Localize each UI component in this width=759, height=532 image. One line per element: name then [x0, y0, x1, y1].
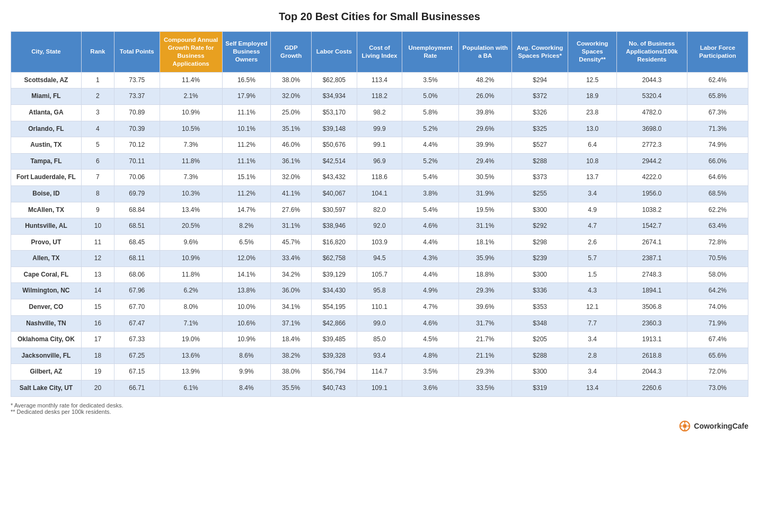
cell-1-4: 17.9% [222, 88, 271, 105]
cell-13-7: 95.8 [357, 283, 402, 299]
col-header-2: Total Points [114, 32, 160, 73]
cell-16-11: 3.4 [568, 332, 617, 348]
data-table-wrap: City, StateRankTotal PointsCompound Annu… [11, 31, 748, 397]
cell-10-10: $298 [512, 234, 568, 251]
cell-11-13: 70.5% [687, 251, 748, 267]
cell-10-11: 2.6 [568, 234, 617, 251]
cell-17-1: 18 [81, 348, 114, 364]
table-row: Salt Lake City, UT2066.716.1%8.4%35.5%$4… [11, 380, 748, 397]
cell-1-0: Miami, FL [11, 88, 82, 105]
cell-13-12: 1894.1 [616, 283, 687, 299]
cell-8-0: McAllen, TX [11, 202, 82, 218]
cell-2-6: $53,170 [312, 104, 357, 121]
cell-2-4: 11.1% [222, 104, 271, 121]
cell-7-9: 31.9% [458, 185, 511, 202]
cell-3-13: 71.3% [687, 121, 748, 137]
cell-15-11: 7.7 [568, 315, 617, 332]
cell-5-12: 2944.2 [616, 153, 687, 170]
cell-7-7: 104.1 [357, 185, 402, 202]
cell-19-9: 33.5% [458, 380, 511, 397]
cell-14-4: 10.0% [222, 299, 271, 316]
cell-1-2: 73.37 [114, 88, 160, 105]
cell-12-13: 58.0% [687, 267, 748, 283]
table-row: Jacksonville, FL1867.2513.6%8.6%38.2%$39… [11, 348, 748, 364]
cell-9-2: 68.51 [114, 218, 160, 235]
cell-3-2: 70.39 [114, 121, 160, 137]
cell-6-6: $43,432 [312, 170, 357, 186]
cell-11-7: 94.5 [357, 251, 402, 267]
cell-15-1: 16 [81, 315, 114, 332]
cell-1-9: 26.0% [458, 88, 511, 105]
cell-7-12: 1956.0 [616, 185, 687, 202]
cell-4-0: Austin, TX [11, 137, 82, 154]
cell-14-0: Denver, CO [11, 299, 82, 316]
cell-8-13: 62.2% [687, 202, 748, 218]
cell-11-1: 12 [81, 251, 114, 267]
cell-16-6: $39,485 [312, 332, 357, 348]
table-header-row: City, StateRankTotal PointsCompound Annu… [11, 32, 748, 73]
cell-14-11: 12.1 [568, 299, 617, 316]
cell-18-2: 67.15 [114, 364, 160, 380]
cell-15-3: 7.1% [160, 315, 222, 332]
cell-12-0: Cape Coral, FL [11, 267, 82, 283]
cell-15-12: 2360.3 [616, 315, 687, 332]
cell-2-12: 4782.0 [616, 104, 687, 121]
cell-14-1: 15 [81, 299, 114, 316]
cell-2-13: 67.3% [687, 104, 748, 121]
cell-4-4: 11.2% [222, 137, 271, 154]
cell-17-12: 2618.8 [616, 348, 687, 364]
cell-18-0: Gilbert, AZ [11, 364, 82, 380]
cell-19-2: 66.71 [114, 380, 160, 397]
cell-1-6: $34,934 [312, 88, 357, 105]
cell-17-4: 8.6% [222, 348, 271, 364]
cell-4-5: 46.0% [271, 137, 312, 154]
cell-18-5: 38.0% [271, 364, 312, 380]
cell-11-8: 4.3% [402, 251, 458, 267]
cell-1-11: 18.9 [568, 88, 617, 105]
col-header-5: GDP Growth [271, 32, 312, 73]
cell-16-2: 67.33 [114, 332, 160, 348]
logo: CoworkingCafe [679, 420, 748, 432]
cell-0-6: $62,805 [312, 72, 357, 88]
cell-7-0: Boise, ID [11, 185, 82, 202]
cell-1-1: 2 [81, 88, 114, 105]
cell-4-2: 70.12 [114, 137, 160, 154]
logo-text: CoworkingCafe [694, 422, 748, 430]
cell-12-2: 68.06 [114, 267, 160, 283]
cell-3-1: 4 [81, 121, 114, 137]
cell-0-11: 12.5 [568, 72, 617, 88]
cell-16-13: 67.4% [687, 332, 748, 348]
cell-16-9: 21.7% [458, 332, 511, 348]
cell-0-5: 38.0% [271, 72, 312, 88]
cell-11-10: $239 [512, 251, 568, 267]
cell-19-12: 2260.6 [616, 380, 687, 397]
cell-15-5: 37.1% [271, 315, 312, 332]
cell-4-12: 2772.3 [616, 137, 687, 154]
cell-3-7: 99.9 [357, 121, 402, 137]
col-header-8: Unemployment Rate [402, 32, 458, 73]
table-row: Oklahoma City, OK1767.3319.0%10.9%18.4%$… [11, 332, 748, 348]
cell-1-5: 32.0% [271, 88, 312, 105]
cell-14-7: 110.1 [357, 299, 402, 316]
cell-16-10: $205 [512, 332, 568, 348]
cell-5-5: 36.1% [271, 153, 312, 170]
col-header-13: Labor Force Participation [687, 32, 748, 73]
cell-18-7: 114.7 [357, 364, 402, 380]
cell-7-13: 68.5% [687, 185, 748, 202]
cell-8-2: 68.84 [114, 202, 160, 218]
col-header-7: Cost of Living Index [357, 32, 402, 73]
svg-point-1 [683, 424, 687, 428]
cell-12-4: 14.1% [222, 267, 271, 283]
cell-3-4: 10.1% [222, 121, 271, 137]
cell-9-1: 10 [81, 218, 114, 235]
cell-17-9: 21.1% [458, 348, 511, 364]
cell-0-3: 11.4% [160, 72, 222, 88]
cell-11-9: 35.9% [458, 251, 511, 267]
col-header-10: Avg. Coworking Spaces Prices* [512, 32, 568, 73]
cell-13-3: 6.2% [160, 283, 222, 299]
cell-6-11: 13.7 [568, 170, 617, 186]
cell-16-4: 10.9% [222, 332, 271, 348]
logo-icon [679, 420, 691, 432]
cell-9-10: $292 [512, 218, 568, 235]
cell-2-11: 23.8 [568, 104, 617, 121]
